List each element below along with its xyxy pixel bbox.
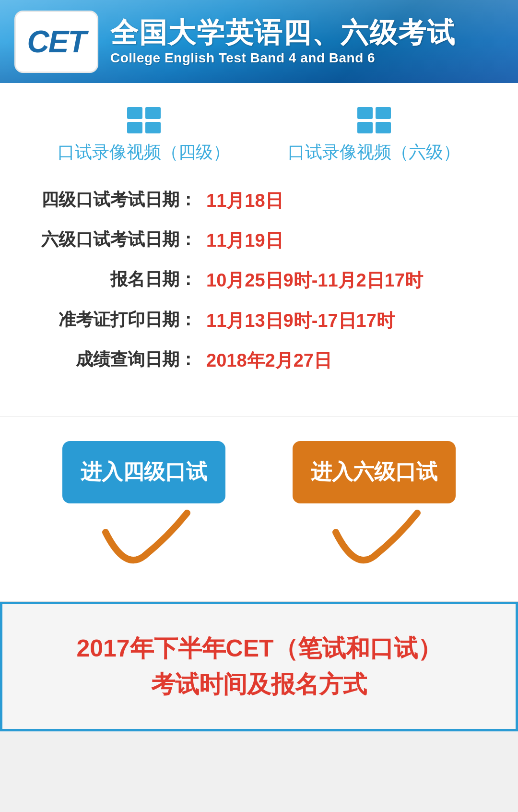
cet-logo-text: CET [27,24,86,60]
main-section: 口试录像视频（四级） 口试录像视频（六级） 四级口试考试日期： 11月18日 六… [0,83,518,417]
info-value-5: 2018年2月27日 [206,348,489,373]
video-label-6: 口试录像视频（六级） [288,141,460,164]
video-label-4: 口试录像视频（四级） [58,141,230,164]
info-row-2: 六级口试考试日期： 11月19日 [29,228,489,253]
info-row-5: 成绩查询日期： 2018年2月27日 [29,348,489,373]
video-item-4[interactable]: 口试录像视频（四级） [58,107,230,164]
bottom-title-line2: 考试时间及报名方式 [31,667,487,703]
header-banner: CET 全国大学英语四、六级考试 College English Test Ba… [0,0,518,83]
info-label-5: 成绩查询日期： [29,348,206,371]
checkmark-6 [326,508,422,573]
enter-4-button[interactable]: 进入四级口试 [62,441,225,503]
video-row: 口试录像视频（四级） 口试录像视频（六级） [29,107,489,164]
video-square-2 [145,107,161,119]
video-square-7 [357,122,373,134]
video-icon-4 [127,107,161,133]
video-square-8 [376,122,391,134]
video-square-1 [127,107,142,119]
video-square-4 [145,122,161,134]
bottom-banner[interactable]: 2017年下半年CET（笔试和口试） 考试时间及报名方式 [0,602,518,731]
video-square-5 [357,107,373,119]
info-table: 四级口试考试日期： 11月18日 六级口试考试日期： 11月19日 报名日期： … [29,188,489,373]
checkmark-4 [96,508,192,573]
video-icon-6 [357,107,391,133]
btn-wrapper-6: 进入六级口试 [293,441,456,573]
cet-logo: CET [14,11,98,73]
btn-wrapper-4: 进入四级口试 [62,441,225,573]
info-row-1: 四级口试考试日期： 11月18日 [29,188,489,214]
info-label-4: 准考证打印日期： [29,308,206,332]
video-item-6[interactable]: 口试录像视频（六级） [288,107,460,164]
info-value-2: 11月19日 [206,228,489,253]
info-value-1: 11月18日 [206,188,489,214]
header-title-cn: 全国大学英语四、六级考试 [110,17,456,48]
info-row-4: 准考证打印日期： 11月13日9时-17日17时 [29,308,489,334]
header-text-block: 全国大学英语四、六级考试 College English Test Band 4… [110,17,456,66]
info-label-3: 报名日期： [29,268,206,291]
bottom-title-line1: 2017年下半年CET（笔试和口试） [31,631,487,667]
bottom-title: 2017年下半年CET（笔试和口试） 考试时间及报名方式 [31,631,487,703]
info-row-3: 报名日期： 10月25日9时-11月2日17时 [29,268,489,293]
info-label-1: 四级口试考试日期： [29,188,206,212]
video-square-3 [127,122,142,134]
video-square-6 [376,107,391,119]
enter-6-button[interactable]: 进入六级口试 [293,441,456,503]
info-value-3: 10月25日9时-11月2日17时 [206,268,489,293]
header-title-en: College English Test Band 4 and Band 6 [110,50,456,66]
button-section: 进入四级口试 进入六级口试 [0,417,518,602]
info-label-2: 六级口试考试日期： [29,228,206,251]
info-value-4: 11月13日9时-17日17时 [206,308,489,334]
